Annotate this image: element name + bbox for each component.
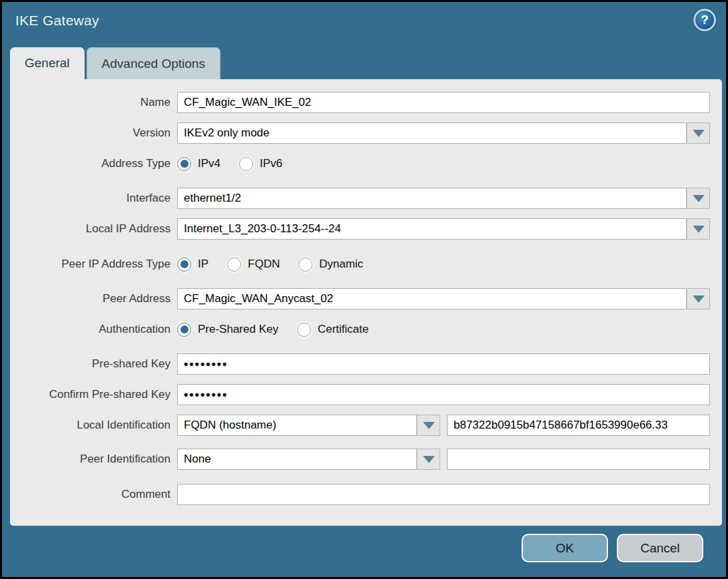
radio-unselected-icon xyxy=(227,258,241,272)
row-local-ip-address: Local IP Address Internet_L3_203-0-113-2… xyxy=(10,218,722,240)
peer-identification-type-select-group: None xyxy=(177,449,440,470)
help-icon[interactable]: ? xyxy=(693,9,716,31)
cancel-button[interactable]: Cancel xyxy=(617,534,703,562)
row-authentication: Authentication Pre-Shared Key Certificat… xyxy=(10,319,722,339)
dialog-title: IKE Gateway xyxy=(15,13,99,29)
local-identification-value-input[interactable]: b87322b0915b47158667bf1653990e66.33 xyxy=(447,415,710,436)
radio-dynamic-label: Dynamic xyxy=(319,258,363,271)
ike-gateway-dialog: IKE Gateway ? General Advanced Options N… xyxy=(0,0,728,579)
authentication-label: Authentication xyxy=(10,323,177,336)
chevron-down-icon xyxy=(423,422,435,429)
radio-ip-label: IP xyxy=(198,258,208,271)
peer-identification-dropdown-button[interactable] xyxy=(417,449,440,470)
local-identification-dropdown-button[interactable] xyxy=(417,415,440,436)
radio-unselected-icon xyxy=(297,323,311,337)
peer-identification-label: Peer Identification xyxy=(10,453,177,466)
comment-input[interactable] xyxy=(177,484,710,505)
radio-ipv4[interactable]: IPv4 xyxy=(177,157,220,171)
general-tab-panel: Name CF_Magic_WAN_IKE_02 Version IKEv2 o… xyxy=(10,79,722,526)
row-version: Version IKEv2 only mode xyxy=(10,122,722,144)
local-ip-dropdown-button[interactable] xyxy=(687,218,710,240)
name-input[interactable]: CF_Magic_WAN_IKE_02 xyxy=(177,92,710,113)
row-peer-ip-address-type: Peer IP Address Type IP FQDN Dynamic xyxy=(10,254,722,274)
chevron-down-icon xyxy=(693,130,705,137)
comment-label: Comment xyxy=(10,488,177,501)
radio-pre-shared-key-label: Pre-Shared Key xyxy=(198,323,278,336)
peer-identification-value-input[interactable] xyxy=(447,449,710,470)
chevron-down-icon xyxy=(693,295,705,303)
chevron-down-icon xyxy=(693,195,705,202)
row-address-type: Address Type IPv4 IPv6 xyxy=(10,154,722,174)
name-label: Name xyxy=(10,96,177,109)
ok-button[interactable]: OK xyxy=(522,534,608,562)
tab-advanced-options[interactable]: Advanced Options xyxy=(87,47,220,79)
interface-label: Interface xyxy=(10,192,177,205)
peer-ip-type-radio-group: IP FQDN Dynamic xyxy=(177,258,363,272)
local-ip-address-select[interactable]: Internet_L3_203-0-113-254--24 xyxy=(177,218,687,240)
interface-select[interactable]: ethernet1/2 xyxy=(177,188,687,209)
authentication-radio-group: Pre-Shared Key Certificate xyxy=(177,323,368,337)
pre-shared-key-label: Pre-shared Key xyxy=(10,357,177,371)
radio-pre-shared-key[interactable]: Pre-Shared Key xyxy=(177,323,278,337)
peer-address-label: Peer Address xyxy=(10,292,177,305)
peer-identification-type-select[interactable]: None xyxy=(177,449,417,470)
radio-selected-icon xyxy=(177,258,191,272)
pre-shared-key-input[interactable]: •••••••• xyxy=(177,353,710,375)
radio-ipv6-label: IPv6 xyxy=(260,157,282,170)
peer-address-select[interactable]: CF_Magic_WAN_Anycast_02 xyxy=(177,288,687,309)
tab-general[interactable]: General xyxy=(10,47,85,79)
radio-unselected-icon xyxy=(239,157,253,171)
row-comment: Comment xyxy=(10,484,722,505)
address-type-label: Address Type xyxy=(10,157,177,170)
radio-fqdn-label: FQDN xyxy=(248,258,280,271)
radio-ipv6[interactable]: IPv6 xyxy=(239,157,282,171)
tab-bar: General Advanced Options xyxy=(10,47,220,79)
address-type-radio-group: IPv4 IPv6 xyxy=(177,157,282,171)
row-name: Name CF_Magic_WAN_IKE_02 xyxy=(10,92,722,113)
radio-selected-icon xyxy=(177,157,191,171)
radio-ipv4-label: IPv4 xyxy=(198,157,220,170)
local-ip-address-label: Local IP Address xyxy=(10,222,177,236)
row-peer-identification: Peer Identification None xyxy=(10,449,722,470)
row-pre-shared-key: Pre-shared Key •••••••• xyxy=(10,353,722,375)
radio-dynamic[interactable]: Dynamic xyxy=(298,258,363,272)
confirm-pre-shared-key-input[interactable]: •••••••• xyxy=(177,384,710,405)
radio-unselected-icon xyxy=(298,258,312,272)
radio-certificate[interactable]: Certificate xyxy=(297,323,369,337)
version-dropdown-button[interactable] xyxy=(687,122,710,144)
chevron-down-icon xyxy=(693,226,705,233)
confirm-pre-shared-key-label: Confirm Pre-shared Key xyxy=(10,388,177,401)
row-confirm-pre-shared-key: Confirm Pre-shared Key •••••••• xyxy=(10,384,722,405)
dialog-footer: OK Cancel xyxy=(522,534,703,562)
interface-dropdown-button[interactable] xyxy=(687,188,710,209)
row-peer-address: Peer Address CF_Magic_WAN_Anycast_02 xyxy=(10,288,722,309)
row-interface: Interface ethernet1/2 xyxy=(10,188,722,209)
radio-ip[interactable]: IP xyxy=(177,258,208,272)
radio-certificate-label: Certificate xyxy=(318,323,369,336)
radio-fqdn[interactable]: FQDN xyxy=(227,258,280,272)
peer-address-dropdown-button[interactable] xyxy=(687,288,710,309)
chevron-down-icon xyxy=(423,456,435,463)
radio-selected-icon xyxy=(177,323,191,337)
row-local-identification: Local Identification FQDN (hostname) b87… xyxy=(10,415,722,436)
local-identification-type-select-group: FQDN (hostname) xyxy=(177,415,440,436)
peer-ip-address-type-label: Peer IP Address Type xyxy=(10,258,177,271)
local-identification-label: Local Identification xyxy=(10,419,177,432)
version-label: Version xyxy=(10,126,177,140)
local-identification-type-select[interactable]: FQDN (hostname) xyxy=(177,415,417,436)
version-select[interactable]: IKEv2 only mode xyxy=(177,122,687,144)
